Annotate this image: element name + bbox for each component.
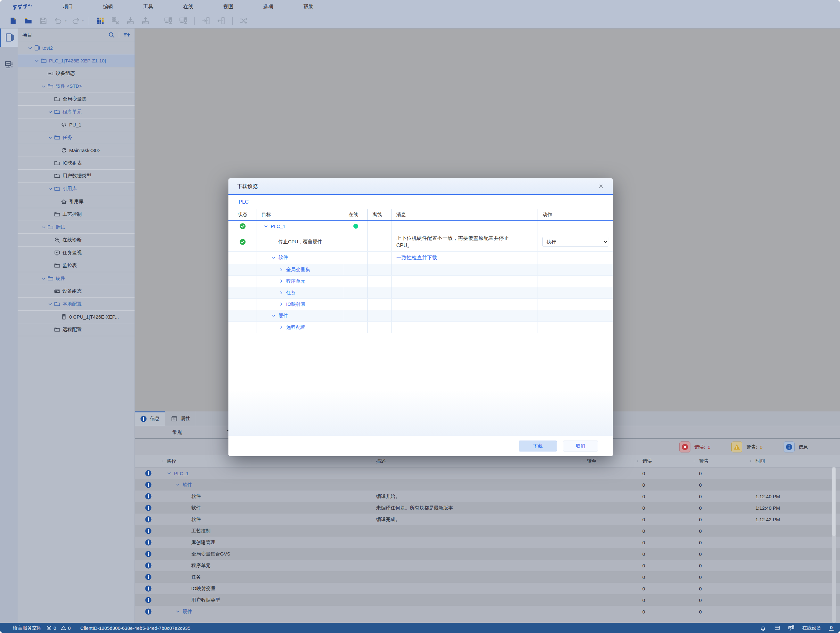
tree-item[interactable]: test2 <box>17 42 134 54</box>
menu-item-options[interactable]: 选项 <box>248 0 288 13</box>
log-row[interactable]: 工艺控制00 <box>134 525 840 537</box>
save-button[interactable] <box>37 15 49 27</box>
tree-item[interactable]: 在线诊断 <box>17 234 134 247</box>
new-file-button[interactable] <box>7 15 19 27</box>
dialog-title-bar[interactable]: 下载预览 <box>229 178 613 195</box>
dialog-row[interactable]: 程序单元 <box>229 276 613 287</box>
stop-cpu-button[interactable] <box>215 15 227 27</box>
menu-item-view[interactable]: 视图 <box>208 0 248 13</box>
search-icon[interactable] <box>108 31 115 38</box>
undo-button[interactable] <box>52 15 65 27</box>
chevron-down-icon[interactable] <box>175 609 180 614</box>
tree-item[interactable]: 本地配置 <box>17 298 134 310</box>
tree-item[interactable]: 调试 <box>17 221 134 234</box>
notifications-bell-icon[interactable] <box>760 625 766 631</box>
dialog-row[interactable]: PLC_1 <box>229 220 613 232</box>
cancel-button[interactable]: 取消 <box>563 441 598 452</box>
tree-item[interactable]: 任务监视 <box>17 247 134 259</box>
open-project-button[interactable] <box>22 15 34 27</box>
chevron-down-icon[interactable] <box>175 482 180 487</box>
chevron-down-icon[interactable] <box>41 276 46 282</box>
tree-item[interactable]: 监控表 <box>17 259 134 272</box>
chevron-right-icon[interactable] <box>279 325 284 330</box>
cross-reference-button[interactable] <box>238 15 250 27</box>
online-device-icon[interactable] <box>788 625 794 631</box>
tree-item[interactable]: 硬件 <box>17 272 134 285</box>
tree-item[interactable]: 远程配置 <box>17 323 134 336</box>
dialog-close-button[interactable] <box>597 182 605 191</box>
chevron-right-icon[interactable] <box>279 267 284 272</box>
collapse-all-icon[interactable] <box>123 31 130 38</box>
download-button[interactable] <box>124 15 136 27</box>
menu-item-tools[interactable]: 工具 <box>128 0 168 13</box>
log-row[interactable]: 用户数据类型00 <box>134 594 840 606</box>
go-offline-button[interactable] <box>177 15 189 27</box>
chevron-down-icon[interactable] <box>47 186 53 192</box>
log-row[interactable]: 软件编译开始。001:12:40 PM <box>134 491 840 502</box>
info-filter-badge[interactable]: 信息 <box>784 441 808 452</box>
panel-window-icon[interactable] <box>774 625 780 631</box>
tree-item[interactable]: 用户数据类型 <box>17 170 134 183</box>
compile-button[interactable] <box>94 15 106 27</box>
tree-item[interactable]: 全局变量集 <box>17 93 134 106</box>
online-devices-count[interactable]: 0 <box>829 625 834 631</box>
menu-item-help[interactable]: 帮助 <box>288 0 328 13</box>
chevron-down-icon[interactable] <box>47 301 53 307</box>
chevron-down-icon[interactable] <box>271 255 276 260</box>
menu-item-online[interactable]: 在线 <box>168 0 208 13</box>
log-scrollbar[interactable] <box>832 467 836 623</box>
error-filter-badge[interactable]: 错误: 0 <box>679 441 711 452</box>
consistency-check-link[interactable]: 一致性检查并下载 <box>396 254 437 261</box>
dialog-row[interactable]: 任务 <box>229 287 613 299</box>
menu-item-project[interactable]: 项目 <box>48 0 88 13</box>
chevron-down-icon[interactable] <box>41 224 46 230</box>
chevron-right-icon[interactable] <box>279 290 284 295</box>
tree-item[interactable]: 设备组态 <box>17 67 134 80</box>
chevron-down-icon[interactable] <box>47 109 53 115</box>
chevron-right-icon[interactable] <box>279 302 284 307</box>
action-select[interactable]: 执行 <box>542 237 608 247</box>
dialog-row[interactable]: 全局变量集 <box>229 264 613 276</box>
chevron-down-icon[interactable] <box>34 58 40 64</box>
log-row[interactable]: 硬件00 <box>134 606 840 617</box>
log-row[interactable]: 全局变量集合GVS00 <box>134 548 840 560</box>
tree-item[interactable]: 引用库 <box>17 195 134 208</box>
redo-button[interactable] <box>69 15 82 27</box>
dialog-row[interactable]: 远程配置 <box>229 322 613 333</box>
warning-filter-badge[interactable]: 警告: 0 <box>731 441 763 452</box>
tree-item[interactable]: 设备组态 <box>17 285 134 298</box>
chevron-down-icon[interactable] <box>27 45 33 51</box>
tree-item[interactable]: MainTask<30> <box>17 144 134 157</box>
log-row[interactable]: 软件未编译任何块。所有块都是最新版本001:12:40 PM <box>134 502 840 513</box>
dialog-row[interactable]: 停止CPU，覆盖硬件...上下位机硬件配置不一致，需要覆盖原配置并停止CPU。执… <box>229 232 613 252</box>
activity-item-online-devices[interactable] <box>0 55 17 74</box>
chevron-right-icon[interactable] <box>279 279 284 284</box>
log-row[interactable]: 任务00 <box>134 571 840 583</box>
tree-item[interactable]: 工艺控制 <box>17 208 134 221</box>
tree-item[interactable]: 0 CPU_1[T426E-XEP... <box>17 310 134 323</box>
download-button[interactable]: 下载 <box>519 441 557 452</box>
menu-item-edit[interactable]: 编辑 <box>88 0 128 13</box>
tree-item[interactable]: 软件 <STD> <box>17 80 134 93</box>
chevron-down-icon[interactable] <box>41 83 46 89</box>
start-cpu-button[interactable] <box>200 15 212 27</box>
log-row[interactable]: 库创建管理00 <box>134 537 840 548</box>
log-row[interactable]: 软件编译完成。001:12:42 PM <box>134 513 840 525</box>
tree-item[interactable]: 引用库 <box>17 183 134 195</box>
tree-item[interactable]: PLC_1[T426E-XEP-Z1-10] <box>17 54 134 67</box>
log-row[interactable]: 软件00 <box>134 479 840 491</box>
tree-item[interactable]: PU_1 <box>17 118 134 131</box>
tab-info[interactable]: 信息 <box>134 411 165 426</box>
upload-button[interactable] <box>139 15 152 27</box>
compile-all-button[interactable] <box>109 15 122 27</box>
dialog-row[interactable]: 软件一致性检查并下载 <box>229 252 613 264</box>
chevron-down-icon[interactable] <box>47 135 53 140</box>
tab-properties[interactable]: 属性 <box>165 411 196 426</box>
tree-item[interactable]: 程序单元 <box>17 106 134 118</box>
activity-item-project-explorer[interactable] <box>0 28 17 47</box>
log-row[interactable]: PLC_100 <box>134 468 840 479</box>
scrollbar-thumb[interactable] <box>832 468 835 536</box>
dialog-row[interactable]: 硬件 <box>229 310 613 322</box>
chevron-down-icon[interactable] <box>271 313 276 318</box>
log-row[interactable]: 程序单元00 <box>134 560 840 571</box>
